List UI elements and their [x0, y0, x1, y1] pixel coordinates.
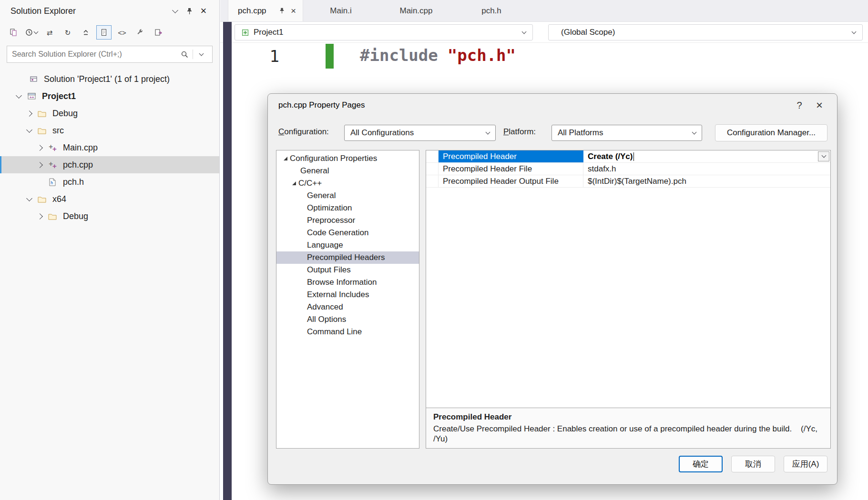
- show-all-files-button[interactable]: [96, 25, 112, 40]
- scope-dropdown[interactable]: (Global Scope): [548, 24, 863, 40]
- tab-main-i[interactable]: Main.i: [303, 0, 378, 21]
- dialog-tree-item-output-files[interactable]: Output Files: [276, 264, 419, 276]
- preprocessor-directive: #include: [360, 46, 438, 65]
- dialog-tree-item-language[interactable]: Language: [276, 239, 419, 251]
- tree-item-pch-cpp[interactable]: ++ pch.cpp: [0, 156, 219, 173]
- dialog-tree-item-external-includes[interactable]: External Includes: [276, 289, 419, 301]
- dialog-tree-item-precompiled-headers[interactable]: Precompiled Headers: [276, 251, 419, 264]
- line-number: 1: [251, 47, 279, 66]
- chevron-down-icon: [522, 29, 527, 34]
- property-value-editor[interactable]: Create (/Yc): [583, 150, 830, 162]
- tree-item-pch-h[interactable]: h pch.h: [0, 173, 219, 190]
- view-code-button[interactable]: <>: [114, 25, 130, 40]
- editor-tab-bar: pch.cpp × Main.i Main.cpp pch.h: [220, 0, 868, 22]
- chevron-down-icon[interactable]: [23, 198, 35, 200]
- search-icon[interactable]: [178, 48, 191, 60]
- collapse-all-button[interactable]: [78, 25, 93, 40]
- platform-value: All Platforms: [558, 128, 603, 138]
- switch-views-button[interactable]: ⇄: [42, 25, 57, 40]
- property-value[interactable]: stdafx.h: [583, 163, 830, 175]
- tab-main-cpp[interactable]: Main.cpp: [378, 0, 454, 21]
- preview-selected-items-button[interactable]: [151, 25, 166, 40]
- project-dropdown-value: Project1: [254, 28, 283, 37]
- dialog-tree-item-c-cpp[interactable]: C/C++: [276, 177, 419, 190]
- sync-active-document-button[interactable]: [6, 25, 21, 40]
- ok-button[interactable]: 确定: [679, 456, 723, 472]
- dialog-tree-item-optimization[interactable]: Optimization: [276, 202, 419, 214]
- property-row-precompiled-header-file[interactable]: Precompiled Header File stdafx.h: [426, 163, 830, 175]
- tab-label: Main.cpp: [400, 6, 433, 16]
- tree-item-main-cpp[interactable]: ++ Main.cpp: [0, 139, 219, 156]
- editor-code-area[interactable]: 1 #include"pch.h": [232, 44, 868, 70]
- dialog-tree-item-preprocessor[interactable]: Preprocessor: [276, 214, 419, 227]
- cpp-project-icon: ++: [25, 92, 38, 100]
- pending-changes-filter-button[interactable]: [24, 25, 39, 40]
- svg-text:h: h: [51, 180, 53, 185]
- text-caret: [633, 152, 634, 161]
- tree-item-project1[interactable]: ++ Project1: [0, 88, 219, 105]
- configuration-select[interactable]: All Configurations: [344, 125, 496, 141]
- help-button[interactable]: ?: [789, 97, 809, 113]
- close-icon[interactable]: ×: [196, 4, 211, 18]
- property-value[interactable]: $(IntDir)$(TargetName).pch: [583, 175, 830, 187]
- folder-icon: [35, 127, 49, 134]
- svg-text:++: ++: [30, 95, 34, 100]
- pin-icon[interactable]: [279, 8, 285, 14]
- chevron-right-icon[interactable]: [33, 214, 46, 219]
- sync-icon: [10, 29, 17, 36]
- tab-pch-h[interactable]: pch.h: [454, 0, 529, 21]
- search-box[interactable]: [7, 46, 213, 63]
- refresh-icon: ↻: [65, 29, 71, 36]
- configuration-label: Configuration:: [278, 127, 329, 137]
- collapse-all-icon: [82, 29, 90, 36]
- chevron-down-icon: [852, 29, 857, 34]
- chevron-down-icon[interactable]: [12, 95, 25, 98]
- dialog-tree-item-all-options[interactable]: All Options: [276, 313, 419, 326]
- tree-item-debug[interactable]: Debug: [0, 105, 219, 122]
- cancel-button[interactable]: 取消: [731, 456, 775, 472]
- chevron-right-icon[interactable]: [23, 111, 35, 116]
- dialog-tree-item-cpp-general[interactable]: General: [276, 190, 419, 202]
- expanded-marker-icon[interactable]: [281, 156, 290, 161]
- chevron-down-icon[interactable]: [23, 130, 35, 132]
- close-icon[interactable]: ×: [291, 6, 296, 16]
- search-options-chevron-icon[interactable]: [195, 48, 207, 60]
- close-icon[interactable]: ×: [809, 97, 829, 113]
- dialog-tree-item-browse-information[interactable]: Browse Information: [276, 276, 419, 289]
- value-dropdown-button[interactable]: [818, 151, 829, 161]
- dialog-tree-item-general[interactable]: General: [276, 165, 419, 177]
- project-dropdown[interactable]: Project1: [235, 24, 533, 40]
- chevron-right-icon[interactable]: [33, 146, 46, 150]
- dialog-tree-item-code-generation[interactable]: Code Generation: [276, 227, 419, 239]
- panel-header: Solution Explorer ×: [0, 0, 219, 22]
- cpp-file-icon: ++: [46, 144, 59, 151]
- panel-options-chevron-icon[interactable]: [168, 4, 182, 18]
- tree-item-solution[interactable]: Solution 'Project1' (1 of 1 project): [0, 70, 219, 88]
- apply-button[interactable]: 应用(A): [784, 456, 827, 472]
- tab-label: pch.cpp: [238, 6, 266, 16]
- refresh-button[interactable]: ↻: [60, 25, 75, 40]
- properties-button[interactable]: [133, 25, 148, 40]
- chevron-down-icon: [821, 153, 826, 158]
- configuration-manager-button[interactable]: Configuration Manager...: [715, 124, 827, 141]
- property-row-precompiled-header[interactable]: Precompiled Header Create (/Yc): [426, 150, 830, 163]
- dialog-tree-item-advanced[interactable]: Advanced: [276, 301, 419, 313]
- solution-explorer-toolbar: ⇄ ↻ <>: [0, 22, 219, 43]
- tree-item-x64-debug[interactable]: Debug: [0, 208, 219, 225]
- search-input[interactable]: [12, 50, 178, 59]
- configuration-row: Configuration: All Configurations Platfo…: [268, 123, 837, 140]
- property-row-precompiled-header-output-file[interactable]: Precompiled Header Output File $(IntDir)…: [426, 175, 830, 188]
- divider: [193, 50, 193, 59]
- pin-icon[interactable]: [182, 4, 196, 18]
- chevron-right-icon[interactable]: [33, 163, 46, 167]
- code-icon: <>: [118, 29, 126, 36]
- tab-pch-cpp[interactable]: pch.cpp ×: [228, 0, 303, 21]
- dialog-tree-item-configuration-properties[interactable]: Configuration Properties: [276, 152, 419, 165]
- history-icon: [25, 29, 33, 36]
- platform-select[interactable]: All Platforms: [551, 125, 702, 141]
- expanded-marker-icon[interactable]: [290, 181, 298, 186]
- tree-item-x64[interactable]: x64: [0, 190, 219, 208]
- tree-item-src[interactable]: src: [0, 122, 219, 139]
- dialog-titlebar[interactable]: pch.cpp Property Pages ? ×: [268, 94, 837, 117]
- dialog-tree-item-command-line[interactable]: Command Line: [276, 326, 419, 338]
